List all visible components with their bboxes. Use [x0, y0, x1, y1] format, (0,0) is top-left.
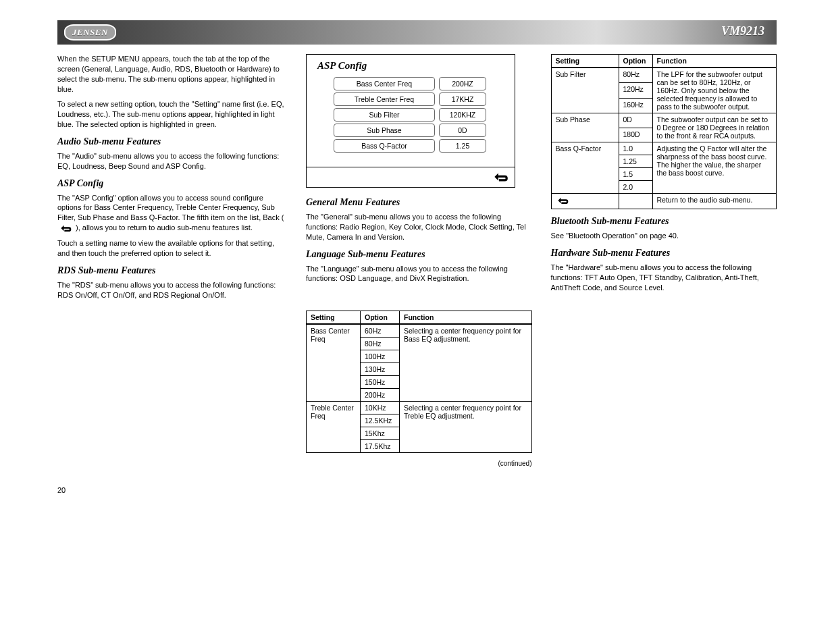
back-icon [59, 223, 72, 233]
asp-row-value: 1.25 [439, 139, 486, 153]
asp-row-label: Bass Center Freq [334, 77, 435, 90]
table-row: Bass Center Freq60HzSelecting a center f… [307, 325, 532, 338]
option-cell: 80Hz [619, 68, 652, 83]
table-row: Sub Phase0DThe subwoofer output can be s… [551, 113, 777, 128]
function-cell: Adjusting the Q Factor will alter the sh… [652, 142, 777, 194]
paragraph: The "Hardware" sub-menu allows you to ac… [551, 263, 777, 293]
asp-row[interactable]: Bass Center Freq200HZ [334, 77, 501, 90]
option-cell: 12.5KHz [361, 414, 400, 427]
option-cell: 80Hz [361, 338, 400, 350]
continued-label: (continued) [306, 460, 532, 467]
paragraph: The "Language" sub-menu allows you to ac… [306, 264, 532, 284]
option-cell: 15Khz [361, 427, 400, 440]
asp-row-value: 120KHZ [439, 108, 486, 122]
asp-panel-title: ASP Config [307, 55, 515, 74]
option-cell: 0D [619, 113, 652, 128]
function-cell: The LPF for the subwoofer output can be … [652, 68, 777, 113]
option-cell: 200Hz [361, 389, 400, 402]
option-cell: 120Hz [619, 83, 652, 98]
asp-row-value: 0D [439, 124, 486, 137]
option-cell [619, 194, 652, 209]
setting-cell: Bass Center Freq [307, 325, 361, 402]
option-cell: 1.25 [619, 155, 652, 168]
options-table-1: SettingOptionFunction Bass Center Freq60… [306, 311, 532, 453]
option-cell: 1.5 [619, 168, 652, 181]
table-row: Sub Filter80HzThe LPF for the subwoofer … [551, 68, 777, 83]
setting-cell: Treble Center Freq [307, 402, 361, 453]
setting-cell: Sub Phase [551, 113, 619, 142]
section-title-hardware: Hardware Sub-menu Features [551, 248, 777, 259]
asp-row-value: 200HZ [439, 77, 486, 90]
table-row: Return to the audio sub-menu. [551, 194, 777, 209]
asp-row[interactable]: Sub Phase0D [334, 124, 501, 137]
paragraph: The "General" sub-menu allows you to acc… [306, 212, 532, 242]
asp-row[interactable]: Bass Q-Factor1.25 [334, 139, 501, 153]
asp-row[interactable]: Treble Center Freq17KHZ [334, 92, 501, 106]
paragraph: The "RDS" sub-menu allows you to access … [57, 280, 287, 300]
header-banner: JENSEN VM9213 [57, 20, 777, 45]
option-cell: 10KHz [361, 402, 400, 414]
setting-cell [551, 194, 619, 209]
page-number: 20 [57, 486, 777, 494]
function-cell: The subwoofer output can be set to 0 Deg… [652, 113, 777, 142]
left-column: When the SETUP MENU appears, touch the t… [57, 54, 287, 467]
paragraph: To select a new setting option, touch th… [57, 99, 287, 130]
setting-cell: Bass Q-Factor [551, 142, 619, 194]
asp-row-label: Sub Phase [334, 124, 435, 137]
right-column: SettingOptionFunction Sub Filter80HzThe … [551, 54, 777, 467]
function-cell: Selecting a center frequency point for B… [400, 325, 532, 402]
option-cell: 150Hz [361, 376, 400, 389]
back-icon[interactable] [492, 170, 509, 184]
option-cell: 100Hz [361, 350, 400, 363]
option-cell: 180D [619, 128, 652, 142]
paragraph: The "Audio" sub-menu allows you to acces… [57, 151, 287, 171]
option-cell: 130Hz [361, 363, 400, 376]
option-cell: 17.5Khz [361, 440, 400, 453]
option-cell: 1.0 [619, 142, 652, 155]
middle-column: ASP Config Bass Center Freq200HZTreble C… [306, 54, 532, 467]
model-label: VM9213 [721, 24, 764, 38]
section-title-general: General Menu Features [306, 197, 532, 208]
option-cell: 60Hz [361, 325, 400, 338]
table-row: Treble Center Freq10KHzSelecting a cente… [307, 402, 532, 414]
asp-row-value: 17KHZ [439, 92, 486, 106]
option-cell: 160Hz [619, 98, 652, 113]
brand-logo: JENSEN [64, 24, 116, 41]
function-cell: Selecting a center frequency point for T… [400, 402, 532, 453]
asp-row-label: Sub Filter [334, 108, 435, 122]
section-title-bluetooth: Bluetooth Sub-menu Features [551, 216, 777, 227]
table-row: Bass Q-Factor1.0Adjusting the Q Factor w… [551, 142, 777, 155]
option-cell: 2.0 [619, 181, 652, 194]
section-title-rds: RDS Sub-menu Features [57, 265, 287, 276]
setting-cell: Sub Filter [551, 68, 619, 113]
paragraph: The "ASP Config" option allows you to ac… [57, 193, 287, 234]
section-title-language: Language Sub-menu Features [306, 249, 532, 260]
asp-row-label: Bass Q-Factor [334, 139, 435, 153]
paragraph: When the SETUP MENU appears, touch the t… [57, 54, 287, 94]
function-cell: Return to the audio sub-menu. [652, 194, 777, 209]
paragraph: Touch a setting name to view the availab… [57, 238, 287, 259]
options-table-2: SettingOptionFunction Sub Filter80HzThe … [551, 54, 777, 209]
paragraph: See "Bluetooth Operation" on page 40. [551, 231, 777, 241]
asp-config-panel: ASP Config Bass Center Freq200HZTreble C… [306, 54, 515, 188]
asp-row-label: Treble Center Freq [334, 92, 435, 106]
section-title-asp: ASP Config [57, 178, 287, 189]
asp-row[interactable]: Sub Filter120KHZ [334, 108, 501, 122]
section-title-audio: Audio Sub-menu Features [57, 136, 287, 147]
